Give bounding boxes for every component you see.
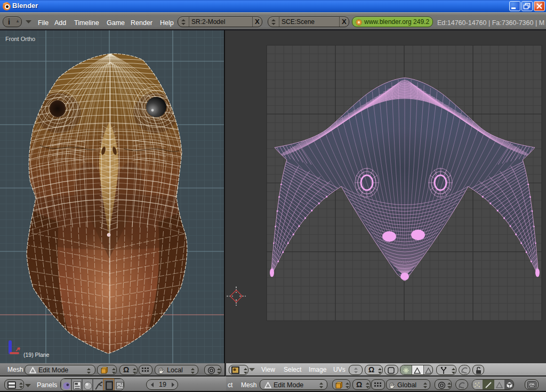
svg-text:Front Ortho: Front Ortho: [5, 36, 35, 42]
svg-text:(19) Plane: (19) Plane: [23, 352, 50, 358]
